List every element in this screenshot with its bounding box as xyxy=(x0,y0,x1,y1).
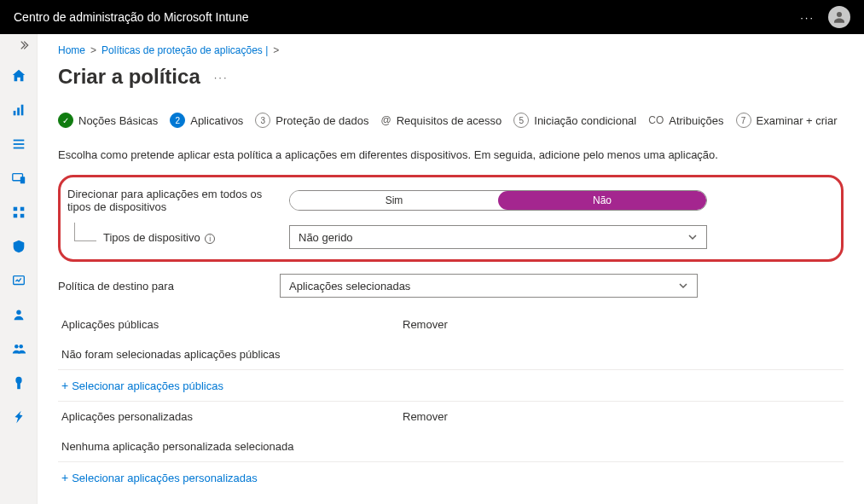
dropdown-device-types[interactable]: Não gerido xyxy=(289,225,707,249)
step-num-icon: 5 xyxy=(513,113,529,128)
topbar: Centro de administração do Microsoft Int… xyxy=(0,0,864,34)
step-access-label: Requisitos de acesso xyxy=(397,114,502,127)
tenant-icon[interactable] xyxy=(5,371,32,395)
home-icon[interactable] xyxy=(5,64,32,88)
row-device-types: Tipos de dispositivo i Não gerido xyxy=(67,225,829,249)
breadcrumb-sep2: > xyxy=(273,44,279,56)
custom-apps-empty: Nenhuma aplicação personalizada selecion… xyxy=(58,432,844,462)
row-target-all: Direcionar para aplicações em todos os t… xyxy=(67,188,829,213)
breadcrumb-level1[interactable]: Políticas de proteção de aplicações | xyxy=(101,44,268,56)
custom-apps-empty-text: Nenhuma aplicação personalizada selecion… xyxy=(61,440,403,453)
step-assignments-label: Atribuições xyxy=(669,114,723,127)
svg-point-16 xyxy=(19,345,23,349)
custom-apps-header: Aplicações personalizadas Remover xyxy=(58,402,844,432)
public-apps-empty: Não foram selecionadas aplicações públic… xyxy=(58,339,844,370)
column-remove: Remover xyxy=(403,318,840,331)
step-basics-label: Noções Básicas xyxy=(78,114,158,127)
svg-rect-4 xyxy=(13,140,24,142)
troubleshoot-icon[interactable] xyxy=(5,405,32,429)
svg-rect-10 xyxy=(20,207,24,211)
step-num-icon: 3 xyxy=(255,113,270,128)
svg-rect-9 xyxy=(13,207,17,211)
step-assignments[interactable]: CO Atribuições xyxy=(648,114,723,127)
users-icon[interactable] xyxy=(5,303,32,327)
label-device-types: Tipos de dispositivo i xyxy=(67,231,279,244)
step-assignments-prefix: CO xyxy=(648,114,664,126)
plus-icon: + xyxy=(61,379,68,392)
more-icon[interactable]: ··· xyxy=(800,11,815,24)
apps-icon[interactable] xyxy=(5,200,32,224)
step-apps[interactable]: 2 Aplicativos xyxy=(170,113,243,128)
add-custom-apps-text: Selecionar aplicações personalizadas xyxy=(72,472,258,484)
expand-icon[interactable] xyxy=(20,39,32,54)
step-basics[interactable]: ✓ Noções Básicas xyxy=(58,113,158,128)
svg-rect-11 xyxy=(13,214,17,218)
step-num-icon: 7 xyxy=(736,113,751,128)
step-review-label: Examinar + criar xyxy=(757,114,838,127)
column-remove-2: Remover xyxy=(403,410,840,423)
sidebar xyxy=(0,34,38,504)
public-apps-empty-text: Não foram selecionadas aplicações públic… xyxy=(61,348,403,361)
add-custom-apps-link[interactable]: + Selecionar aplicações personalizadas xyxy=(58,462,844,493)
svg-rect-2 xyxy=(17,107,20,115)
devices-icon[interactable] xyxy=(5,166,32,190)
step-data-protection[interactable]: 3 Proteção de dados xyxy=(255,113,368,128)
step-access[interactable]: @ Requisitos de acesso xyxy=(381,114,502,127)
toggle-yes[interactable]: Sim xyxy=(290,191,498,210)
svg-point-0 xyxy=(837,12,842,17)
label-target-all-text: Direcionar para aplicações em todos os t… xyxy=(67,188,262,213)
svg-rect-5 xyxy=(13,143,24,145)
add-public-apps-link[interactable]: + Selecionar aplicações públicas xyxy=(58,370,844,402)
step-data-protection-label: Proteção de dados xyxy=(275,114,368,127)
label-dest: Política de destino para xyxy=(58,280,270,293)
wizard-steps: ✓ Noções Básicas 2 Aplicativos 3 Proteçã… xyxy=(58,113,844,128)
row-dest: Política de destino para Aplicações sele… xyxy=(58,274,844,298)
highlight-box: Direcionar para aplicações em todos os t… xyxy=(58,175,844,262)
label-target-all: Direcionar para aplicações em todos os t… xyxy=(67,188,279,213)
shell: Home > Políticas de proteção de aplicaçõ… xyxy=(0,34,864,504)
public-apps-title: Aplicações públicas xyxy=(61,318,403,331)
list-icon[interactable] xyxy=(5,132,32,156)
dropdown-device-types-value: Não gerido xyxy=(299,231,353,244)
label-device-types-text: Tipos de dispositivo xyxy=(103,231,200,244)
reports-icon[interactable] xyxy=(5,269,32,293)
page-title: Criar a política xyxy=(58,65,200,89)
topbar-right: ··· xyxy=(800,6,850,28)
svg-rect-17 xyxy=(17,383,20,389)
step-conditional[interactable]: 5 Iniciação condicional xyxy=(513,113,636,128)
custom-apps-title: Aplicações personalizadas xyxy=(61,410,403,423)
toggle-target-all[interactable]: Sim Não xyxy=(289,190,707,211)
breadcrumb-sep: > xyxy=(90,44,96,56)
chevron-down-icon xyxy=(687,232,698,242)
dashboard-icon[interactable] xyxy=(5,98,32,122)
svg-rect-8 xyxy=(20,177,24,183)
svg-rect-3 xyxy=(20,105,23,116)
plus-icon: + xyxy=(61,471,68,484)
svg-point-15 xyxy=(14,345,19,349)
svg-rect-1 xyxy=(13,111,15,115)
groups-icon[interactable] xyxy=(5,337,32,361)
step-conditional-label: Iniciação condicional xyxy=(534,114,636,127)
intro-text: Escolha como pretende aplicar esta polít… xyxy=(58,148,844,161)
info-icon[interactable]: i xyxy=(205,234,215,244)
dropdown-dest[interactable]: Aplicações selecionadas xyxy=(280,274,698,298)
step-num-icon: 2 xyxy=(170,113,185,128)
step-access-prefix: @ xyxy=(381,114,391,126)
shield-icon[interactable] xyxy=(5,235,32,258)
check-icon: ✓ xyxy=(58,113,73,128)
svg-point-14 xyxy=(16,310,20,315)
svg-rect-13 xyxy=(13,276,24,285)
indent-icon xyxy=(74,223,96,241)
step-apps-label: Aplicativos xyxy=(190,114,243,127)
svg-rect-6 xyxy=(13,148,24,149)
app-title: Centro de administração do Microsoft Int… xyxy=(14,10,248,24)
svg-rect-12 xyxy=(20,214,24,218)
breadcrumb: Home > Políticas de proteção de aplicaçõ… xyxy=(58,44,844,56)
avatar[interactable] xyxy=(828,6,850,28)
breadcrumb-home[interactable]: Home xyxy=(58,44,85,56)
add-public-apps-text: Selecionar aplicações públicas xyxy=(72,379,223,392)
dropdown-dest-value: Aplicações selecionadas xyxy=(289,280,410,293)
title-more-icon[interactable]: ··· xyxy=(214,71,229,84)
toggle-no[interactable]: Não xyxy=(498,191,706,210)
step-review[interactable]: 7 Examinar + criar xyxy=(736,113,838,128)
